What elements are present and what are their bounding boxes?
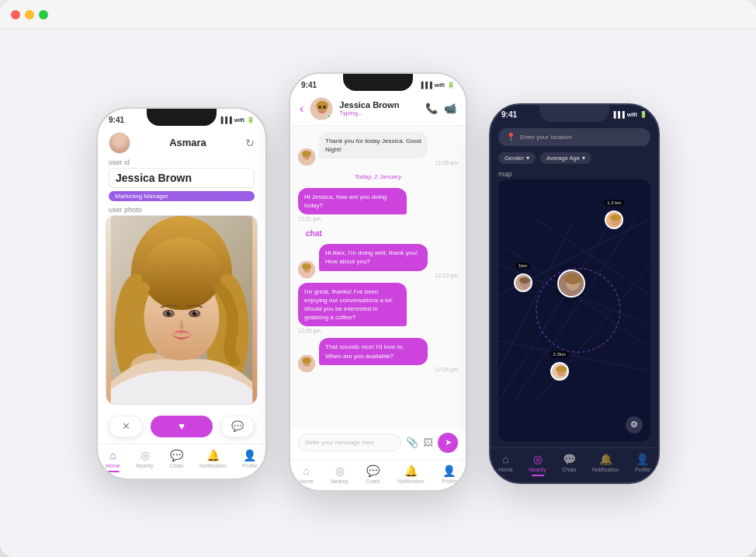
home-icon-3: ⌂ [502,453,508,465]
like-button[interactable]: ♥ [151,416,213,437]
chat-input-field[interactable]: Write your message here [298,433,401,451]
svg-point-14 [196,311,197,312]
minimize-button[interactable] [25,10,34,19]
message-avatar [298,355,315,372]
home-icon: ⌂ [109,449,116,461]
profile-photo-area [106,215,258,405]
message-bubble-sent: I'm great, thanks! I've been enjoying ou… [298,283,407,327]
chat-actions: 📞 📹 [425,103,456,114]
message-bubble: That sounds nice! I'd love to. When are … [319,338,428,364]
nav-nearby-3[interactable]: ◎ Nearby [529,453,546,476]
location-pin-icon: 📍 [506,133,515,141]
app-title: Asmara [169,137,206,148]
svg-point-23 [302,151,311,157]
chat-messages: Thank you for today Jessica. Good Night!… [290,126,466,426]
phone-2: 9:41 ▐▐▐ wifi 🔋 ‹ [289,72,467,492]
chat-partner-name: Jessica Brown [339,100,419,110]
nav-notification-1[interactable]: 🔔 Notification [199,449,227,472]
chevron-down-icon: ▾ [526,155,529,162]
traffic-lights [11,10,48,19]
nav-chats-label: Chats [169,463,183,468]
nav-home-2[interactable]: ⌂ Home [299,465,314,484]
svg-point-46 [519,277,530,284]
svg-point-20 [323,106,326,109]
gender-filter[interactable]: Gender ▾ [498,152,536,164]
message-avatar [298,148,315,165]
distance-badge-2: 1km [515,263,530,269]
phone-3: 9:41 ▐▐▐ wifi 🔋 📍 Enter your location Ge… [489,103,660,484]
user-photo-label: user photo [98,204,265,215]
nav-chats-3[interactable]: 💬 Chats [562,453,576,476]
bottom-nav-2: ⌂ Home ◎ Nearby 💬 Chats 🔔 Notification [290,459,466,490]
age-filter-label: Average Age [546,155,580,162]
map-user-center[interactable] [557,270,585,298]
call-icon[interactable]: 📞 [425,103,438,114]
nav-notification-label-3: Notification [592,467,619,472]
nav-underline-3 [532,475,544,476]
phone-notch-2 [343,74,413,91]
dislike-button[interactable]: ✕ [109,416,143,437]
nav-notification-3[interactable]: 🔔 Notification [592,453,619,476]
back-button[interactable]: ‹ [300,102,303,116]
location-bar[interactable]: 📍 Enter your location [498,128,650,146]
chats-icon-3: 💬 [563,453,576,465]
signal-icon-2: ▐▐▐ [419,82,432,89]
image-icon[interactable]: 🖼 [423,437,433,448]
battery-icon-3: 🔋 [640,111,647,118]
location-input[interactable]: Enter your location [520,134,572,141]
status-time-1: 9:41 [109,116,124,124]
chats-icon-2: 💬 [366,465,380,477]
nav-home-3[interactable]: ⌂ Home [498,453,513,476]
attachment-icon[interactable]: 📎 [406,437,418,448]
map-user-2[interactable]: 1km [514,273,532,292]
nearby-icon-3: ◎ [533,453,543,465]
nav-notification-2[interactable]: 🔔 Notification [397,465,425,484]
profile-icon: 👤 [243,449,256,461]
map-settings-button[interactable]: ⚙ [626,416,643,433]
nav-profile-label: Profile [242,463,258,468]
nav-nearby-label: Nearby [136,463,154,468]
user-role-badge: Marketing Manager [109,191,255,201]
nav-nearby-1[interactable]: ◎ Nearby [136,449,154,472]
message-time: 12:26 pm [319,367,458,372]
nav-profile-1[interactable]: 👤 Profile [242,449,258,472]
nav-profile-2[interactable]: 👤 Profile [442,465,457,484]
nav-nearby-2[interactable]: ◎ Nearby [331,465,349,484]
maximize-button[interactable] [39,10,48,19]
message-bubble-sent: Hi Jessica, how are you doing today? [298,188,407,214]
nav-profile-3[interactable]: 👤 Profile [635,453,650,476]
message-bubble: Hi Alex, I'm doing well, thank you! How … [319,244,428,270]
age-filter[interactable]: Average Age ▾ [540,152,591,164]
svg-point-29 [302,357,311,364]
nav-chats-2[interactable]: 💬 Chats [366,465,380,484]
date-divider: Today, 2 January [298,170,458,183]
phone3-inner: 9:41 ▐▐▐ wifi 🔋 📍 Enter your location Ge… [491,105,658,482]
status-icons-2: ▐▐▐ wifi 🔋 [419,82,455,89]
close-button[interactable] [11,10,20,19]
bottom-nav-1: ⌂ Home ◎ Nearby 💬 Chats 🔔 Notificat [98,444,265,479]
refresh-icon[interactable]: ↻ [245,137,255,149]
svg-point-6 [142,237,221,309]
svg-point-52 [556,366,567,372]
browser-window: 9:41 ▐▐▐ wifi 🔋 Asmara ↻ user id Jessica… [0,0,756,557]
message-button[interactable]: 💬 [220,416,255,437]
nav-home-label: Home [106,463,120,468]
send-button[interactable]: ➤ [438,433,458,453]
nav-home-1[interactable]: ⌂ Home [106,449,120,472]
nav-chats-1[interactable]: 💬 Chats [169,449,183,472]
user-id-label: user id [98,158,265,168]
map-user-3[interactable]: 2.2km [550,362,569,381]
chat-name-area: Jessica Brown Typing... [339,100,419,117]
message-row: Thank you for today Jessica. Good Night!… [298,132,458,165]
svg-point-26 [302,263,311,270]
notification-icon-3: 🔔 [599,453,612,465]
message-row: Hi Alex, I'm doing well, thank you! How … [298,244,458,277]
wifi-icon-2: wifi [435,82,445,89]
nav-chats-label-2: Chats [366,479,380,484]
nav-nearby-label-2: Nearby [331,479,349,484]
video-icon[interactable]: 📹 [444,103,456,114]
phone1-header: Asmara ↻ [98,129,265,158]
status-icons-3: ▐▐▐ wifi 🔋 [612,111,647,118]
titlebar [0,0,756,30]
map-user-1[interactable]: 1.3 km [605,211,623,229]
